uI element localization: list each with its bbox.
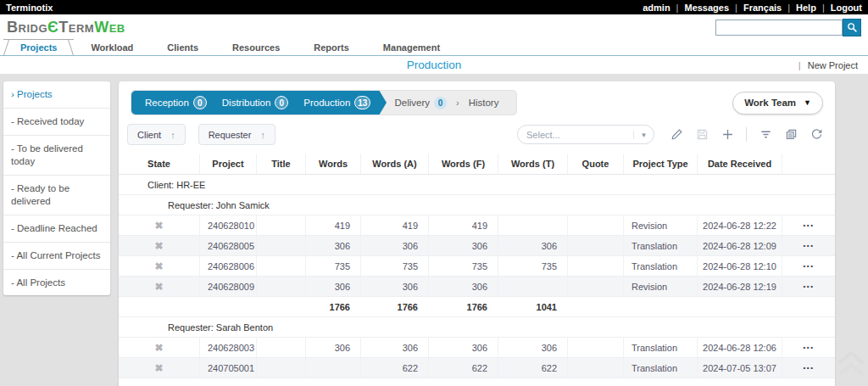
column-header-date-received[interactable]: Date Received — [697, 154, 782, 174]
pipeline-stage-history[interactable]: History — [461, 98, 507, 108]
tab-workload[interactable]: Workload — [74, 40, 150, 55]
subtotal-cell — [782, 297, 835, 316]
edit-icon[interactable] — [670, 128, 683, 142]
column-header-words-a-[interactable]: Words (A) — [360, 154, 428, 174]
sidebar-item-projects[interactable]: › Projects — [3, 81, 110, 109]
stage-label: Production — [303, 98, 350, 108]
stage-count-badge: 0 — [275, 96, 288, 109]
sidebar-item-label: Ready to be delivered — [11, 183, 70, 206]
cell-words_a: 306 — [360, 338, 428, 357]
toolbar-icons — [670, 127, 823, 142]
tab-clients[interactable]: Clients — [150, 40, 215, 55]
cell-title — [256, 277, 305, 296]
copy-icon[interactable] — [784, 128, 798, 142]
cell-words_f: 622 — [428, 358, 498, 378]
table-row[interactable]: ✖240628009306306306Revision2024-06-28 12… — [119, 277, 835, 297]
state-cell: ✖ — [119, 358, 199, 378]
topbar-link-français[interactable]: Français — [743, 3, 782, 13]
filter-icon[interactable] — [759, 128, 772, 142]
state-x-icon: ✖ — [154, 281, 163, 293]
sort-button-requester[interactable]: Requester↑ — [198, 124, 275, 145]
filter-select[interactable]: Select... ▾ — [517, 125, 654, 144]
sidebar-item-ready-to-be-delivered[interactable]: - Ready to be delivered — [3, 176, 110, 215]
column-header-state[interactable]: State — [119, 154, 199, 174]
column-header-title[interactable]: Title — [256, 154, 305, 174]
sidebar-item-all-current-projects[interactable]: - All Current Projects — [3, 243, 110, 270]
sidebar-item-label: All Projects — [16, 277, 65, 288]
cell-words_t — [498, 215, 567, 235]
subtotal-words: 1766 — [305, 297, 360, 316]
new-project-link[interactable]: New Project — [808, 60, 858, 70]
sidebar-item-all-projects[interactable]: - All Projects — [3, 270, 110, 296]
table-row[interactable]: ✖240628003306306306306Translation2024-06… — [119, 338, 835, 358]
cell-project_type: Translation — [623, 236, 697, 255]
tab-management[interactable]: Management — [366, 40, 457, 55]
sidebar-item-label: Deadline Reached — [17, 223, 97, 233]
more-actions-button[interactable]: ••• — [804, 283, 815, 290]
tab-resources[interactable]: Resources — [215, 40, 297, 55]
table-row[interactable]: ✖240705001622622622Translation2024-07-05… — [119, 358, 835, 378]
topbar-separator: | — [676, 3, 679, 13]
work-team-button[interactable]: Work Team ▼ — [732, 92, 823, 115]
cell-title — [256, 338, 305, 357]
add-icon[interactable] — [721, 128, 734, 142]
refresh-icon[interactable] — [810, 128, 823, 142]
table-row[interactable]: ✖240628005306306306306Translation2024-06… — [119, 236, 835, 256]
sidebar-item-deadline-reached[interactable]: - Deadline Reached — [3, 215, 110, 243]
more-actions-button[interactable]: ••• — [804, 364, 815, 372]
pipeline-stage-production[interactable]: Production13 — [296, 96, 378, 109]
table-row[interactable]: ✖240628010419419419Revision2024-06-28 12… — [119, 215, 835, 236]
main-tabs: ProjectsWorkloadClientsResourcesReportsM… — [0, 40, 868, 56]
subtotal-row: 1766176617661041 — [119, 297, 835, 317]
cell-words_a: 306 — [360, 277, 428, 296]
more-actions-button[interactable]: ••• — [804, 344, 815, 351]
cell-title — [256, 215, 305, 235]
sort-button-client[interactable]: Client↑ — [127, 124, 186, 145]
sidebar-item-prefix: › — [11, 89, 14, 99]
sidebar-item-to-be-delivered-today[interactable]: - To be delivered today — [3, 136, 110, 176]
cell-words_t: 306 — [498, 236, 567, 255]
group-label: Client: HR-EE — [119, 175, 835, 194]
cell-project: 240628009 — [199, 277, 256, 296]
actions-cell: ••• — [782, 256, 835, 276]
group-label: Requester: John Samick — [119, 195, 835, 215]
subtotal-cell — [256, 297, 305, 316]
sidebar-item-received-today[interactable]: - Received today — [3, 109, 110, 136]
topbar-link-admin[interactable]: admin — [643, 3, 670, 13]
logo-segment: Term — [58, 19, 94, 36]
cell-title — [256, 236, 305, 255]
column-header-project[interactable]: Project — [199, 154, 256, 174]
more-actions-button[interactable]: ••• — [804, 262, 815, 270]
cell-words_t: 735 — [498, 256, 567, 276]
search-input[interactable] — [715, 20, 843, 36]
content-area: › Projects- Received today- To be delive… — [0, 75, 868, 386]
cell-date_received: 2024-06-28 12:22 — [697, 215, 782, 235]
column-header-words-f-[interactable]: Words (F) — [428, 154, 498, 174]
subtotal-cell — [623, 297, 697, 316]
table-row[interactable]: ✖240628006735735735735Translation2024-06… — [119, 256, 835, 277]
topbar-link-logout[interactable]: Logout — [831, 3, 862, 13]
column-header-words[interactable]: Words — [305, 154, 360, 174]
pipeline-stage-delivery[interactable]: Delivery0 — [387, 97, 454, 109]
column-header-quote[interactable]: Quote — [567, 154, 623, 174]
more-actions-button[interactable]: ••• — [804, 242, 815, 249]
tab-projects[interactable]: Projects — [3, 39, 74, 55]
tab-reports[interactable]: Reports — [297, 40, 366, 55]
topbar-link-messages[interactable]: Messages — [684, 3, 729, 13]
state-cell: ✖ — [119, 236, 199, 255]
topbar-link-help[interactable]: Help — [796, 3, 816, 13]
column-header-project-type[interactable]: Project Type — [623, 154, 697, 174]
stage-count-badge: 0 — [434, 97, 447, 109]
column-header-words-t-[interactable]: Words (T) — [498, 154, 567, 174]
cell-project: 240628005 — [199, 236, 256, 255]
stage-count-badge: 13 — [354, 96, 370, 109]
search-button[interactable] — [843, 19, 861, 36]
actions-cell: ••• — [782, 338, 835, 357]
more-actions-button[interactable]: ••• — [804, 221, 815, 229]
group-requester-row: Requester: John Samick — [119, 195, 835, 215]
state-cell: ✖ — [119, 338, 199, 357]
pipeline-stage-distribution[interactable]: Distribution0 — [214, 96, 297, 109]
actions-cell: ••• — [782, 215, 835, 235]
pipeline-stage-reception[interactable]: Reception0 — [137, 96, 214, 109]
stage-label: Delivery — [394, 98, 430, 108]
